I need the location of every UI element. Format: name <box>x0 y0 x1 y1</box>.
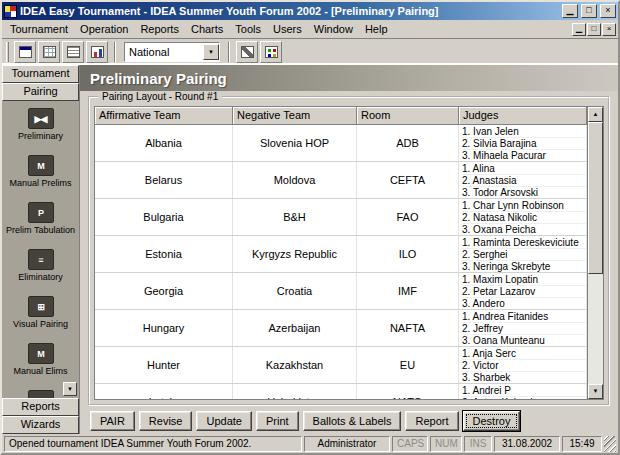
sidebar-header-pairing[interactable]: Pairing <box>2 83 79 101</box>
mdi-close-button[interactable]: × <box>602 23 616 36</box>
status-message: Opened tournament IDEA Summer Youth Foru… <box>4 436 302 452</box>
toolbar-button-table[interactable] <box>38 41 60 63</box>
affirmative-team-cell: Belarus <box>95 162 233 198</box>
close-button[interactable]: × <box>600 4 616 18</box>
pairing-row-hungary[interactable]: HungaryAzerbaijanNAFTA1. Andrea Fitanide… <box>95 310 587 347</box>
negative-team-cell: Kyrgyzs Republic <box>233 236 357 272</box>
negative-team-cell: Moldova <box>233 162 357 198</box>
judge-name: 2. Serghei <box>462 249 586 261</box>
room-cell: NAFTA <box>357 310 459 346</box>
manual-prelims-icon: M <box>28 155 54 176</box>
pairing-row-bulgaria[interactable]: BulgariaB&HFAO1. Char Lynn Robinson2. Na… <box>95 199 587 236</box>
pairing-row-albania[interactable]: AlbaniaSlovenia HOPADB1. Ivan Jelen2. Si… <box>95 125 587 162</box>
menu-reports[interactable]: Reports <box>134 21 185 38</box>
sidebar-item-label: Manual Prelims <box>9 178 71 188</box>
judges-cell: 1. Char Lynn Robinson2. Natasa Nikolic3.… <box>459 199 587 235</box>
room-cell: NATO <box>357 384 459 399</box>
destroy-button[interactable]: Destroy <box>463 411 521 431</box>
sidebar-item-prelim-tabulation[interactable]: PPrelim Tabulation <box>2 202 79 246</box>
groupbox-title: Pairing Layout - Round #1 <box>98 91 222 102</box>
pairing-row-belarus[interactable]: BelarusMoldovaCEFTA1. Alina2. Anastasia3… <box>95 162 587 199</box>
action-button-row: PAIRReviseUpdatePrintBallots & LabelsRep… <box>80 408 618 434</box>
menu-operation[interactable]: Operation <box>74 21 134 38</box>
sidebar-header-wizards[interactable]: Wizards <box>2 416 79 434</box>
table-body: AlbaniaSlovenia HOPADB1. Ivan Jelen2. Si… <box>95 125 587 399</box>
pairing-row-latvia[interactable]: LatviaUzbekistanNATO1. Andrei P2. Anton … <box>95 384 587 399</box>
judges-cell: 1. Ivan Jelen2. Silvia Barajina3. Mihael… <box>459 125 587 161</box>
judge-name: 1. Alina <box>462 163 586 175</box>
scroll-up-icon[interactable]: ▲ <box>588 107 603 122</box>
chart-icon <box>91 46 104 58</box>
menu-help[interactable]: Help <box>359 21 394 38</box>
toolbar-button-chart[interactable] <box>86 41 108 63</box>
sidebar-item-manual-prelims[interactable]: MManual Prelims <box>2 155 79 199</box>
report-icon <box>67 46 80 58</box>
judge-name: 2. Anastasia <box>462 175 586 187</box>
print-button[interactable]: Print <box>256 411 299 431</box>
pairing-layout-groupbox: Pairing Layout - Round #1 Affirmative Te… <box>88 96 610 406</box>
toolbar-button-tools[interactable] <box>236 41 258 63</box>
pairing-row-hunter[interactable]: HunterKazakhstanEU1. Anja Serc2. Victor3… <box>95 347 587 384</box>
sidebar-item-eliminatory[interactable]: ≡Eliminatory <box>2 249 79 293</box>
titlebar[interactable]: IDEA Easy Tournament - IDEA Summer Youth… <box>2 2 618 20</box>
update-button[interactable]: Update <box>196 411 251 431</box>
page-title: Preliminary Pairing <box>80 65 618 91</box>
revise-button[interactable]: Revise <box>139 411 193 431</box>
manual-elims-icon: M <box>28 343 54 364</box>
pairing-row-estonia[interactable]: EstoniaKyrgyzs RepublicILO1. Raminta Der… <box>95 236 587 273</box>
menu-window[interactable]: Window <box>308 21 359 38</box>
pair-button[interactable]: PAIR <box>90 411 135 431</box>
chevron-down-icon[interactable]: ▼ <box>203 44 219 60</box>
column-header-negative-team[interactable]: Negative Team <box>233 107 357 125</box>
affirmative-team-cell: Bulgaria <box>95 199 233 235</box>
category-combobox[interactable]: National ▼ <box>124 42 220 62</box>
mdi-restore-button[interactable]: □ <box>587 23 601 36</box>
sidebar-header-tournament[interactable]: Tournament <box>2 65 79 83</box>
affirmative-team-cell: Latvia <box>95 384 233 399</box>
judges-cell: 1. Andrea Fitanides2. Jeffrey3. Oana Mun… <box>459 310 587 346</box>
judges-cell: 1. Anja Serc2. Victor3. Sharbek <box>459 347 587 383</box>
toolbar-button-window[interactable] <box>14 41 36 63</box>
menu-charts[interactable]: Charts <box>185 21 229 38</box>
judge-name: 2. Anton Kalandarov <box>462 397 586 399</box>
negative-team-cell: Azerbaijan <box>233 310 357 346</box>
judge-name: 2. Jeffrey <box>462 323 586 335</box>
ballots-labels-button[interactable]: Ballots & Labels <box>303 411 402 431</box>
toolbar-button-options[interactable] <box>260 41 282 63</box>
menu-users[interactable]: Users <box>267 21 308 38</box>
scrollbar-track[interactable] <box>588 122 603 384</box>
sidebar-item-preliminary[interactable]: ▶◀Preliminary <box>2 108 79 152</box>
column-header-affirmative-team[interactable]: Affirmative Team <box>95 107 233 125</box>
scrollbar-thumb[interactable] <box>588 122 603 274</box>
elim-tabulation-icon: E <box>28 390 54 398</box>
judge-name: 3. Neringa Skrebyte <box>462 261 586 272</box>
judge-name: 2. Victor <box>462 360 586 372</box>
column-header-room[interactable]: Room <box>357 107 459 125</box>
sidebar: Tournament Pairing ▶◀PreliminaryMManual … <box>2 65 80 434</box>
mdi-minimize-button[interactable]: ▁ <box>572 23 586 36</box>
judges-cell: 1. Andrei P2. Anton Kalandarov3. Simona <box>459 384 587 399</box>
toolbar-grip[interactable] <box>6 42 9 62</box>
sidebar-item-visual-pairing[interactable]: ⊞Visual Pairing <box>2 296 79 340</box>
scroll-down-icon[interactable]: ▼ <box>588 384 603 399</box>
negative-team-cell: Croatia <box>233 273 357 309</box>
menu-tools[interactable]: Tools <box>229 21 267 38</box>
sidebar-item-manual-elims[interactable]: MManual Elims <box>2 343 79 387</box>
maximize-button[interactable]: □ <box>581 4 597 18</box>
minimize-button[interactable]: ▁ <box>562 4 578 18</box>
column-header-judges[interactable]: Judges <box>459 107 587 125</box>
report-button[interactable]: Report <box>405 411 458 431</box>
menu-tournament[interactable]: Tournament <box>4 21 74 38</box>
pairing-row-georgia[interactable]: GeorgiaCroatiaIMF1. Maxim Lopatin2. Peta… <box>95 273 587 310</box>
judge-name: 3. Sharbek <box>462 372 586 383</box>
sidebar-header-reports[interactable]: Reports <box>2 398 79 416</box>
toolbar-button-report[interactable] <box>62 41 84 63</box>
status-time: 15:49 <box>562 436 602 452</box>
resize-grip[interactable] <box>604 436 616 452</box>
sidebar-pairing-panel: ▶◀PreliminaryMManual PrelimsPPrelim Tabu… <box>2 101 79 398</box>
room-cell: ADB <box>357 125 459 161</box>
app-icon <box>4 5 17 18</box>
vertical-scrollbar[interactable]: ▲ ▼ <box>587 107 603 399</box>
sidebar-scroll-down-icon[interactable]: ▼ <box>63 382 77 396</box>
pairing-table-main: Affirmative TeamNegative TeamRoomJudges … <box>95 107 587 399</box>
